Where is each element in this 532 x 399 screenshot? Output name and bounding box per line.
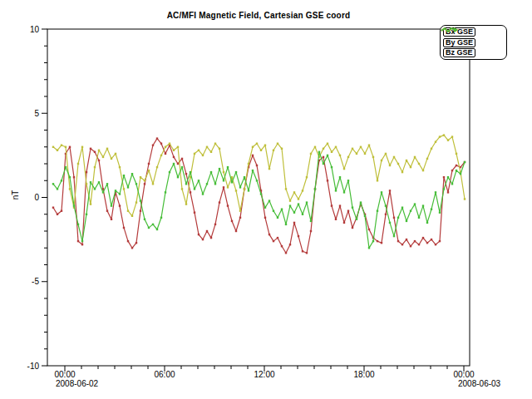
date-label-end: 2008-06-03 bbox=[458, 379, 501, 388]
x-tick-label: 00:00 bbox=[453, 370, 474, 379]
date-label-start: 2008-06-02 bbox=[56, 379, 99, 388]
y-tick-label: 0 bbox=[34, 193, 39, 202]
y-tick-label: -5 bbox=[32, 277, 39, 286]
legend-entry-bz: Bz GSE bbox=[441, 48, 506, 58]
y-tick-label: -10 bbox=[27, 362, 40, 371]
plot-border bbox=[47, 29, 470, 366]
legend-entry-by: By GSE bbox=[441, 37, 506, 47]
y-tick-label: 5 bbox=[34, 109, 39, 118]
y-tick-label: 10 bbox=[30, 25, 40, 34]
series-line-bx-gse bbox=[53, 139, 465, 254]
x-tick-label: 18:00 bbox=[353, 370, 374, 379]
x-tick-label: 06:00 bbox=[154, 370, 175, 379]
legend-label-bz: Bz GSE bbox=[443, 48, 475, 57]
series-line-bz-gse bbox=[53, 152, 465, 248]
legend: Bx GSE By GSE Bz GSE bbox=[440, 25, 507, 60]
plot-window: AC/MFI Magnetic Field, Cartesian GSE coo… bbox=[0, 0, 532, 399]
legend-label-by: By GSE bbox=[443, 38, 475, 47]
x-tick-label: 12:00 bbox=[254, 370, 274, 379]
chart-canvas: 00:0006:0012:0018:0000:002008-06-022008-… bbox=[0, 0, 532, 399]
x-tick-label: 00:00 bbox=[54, 370, 75, 379]
bz-line-marker-icon bbox=[441, 26, 459, 34]
